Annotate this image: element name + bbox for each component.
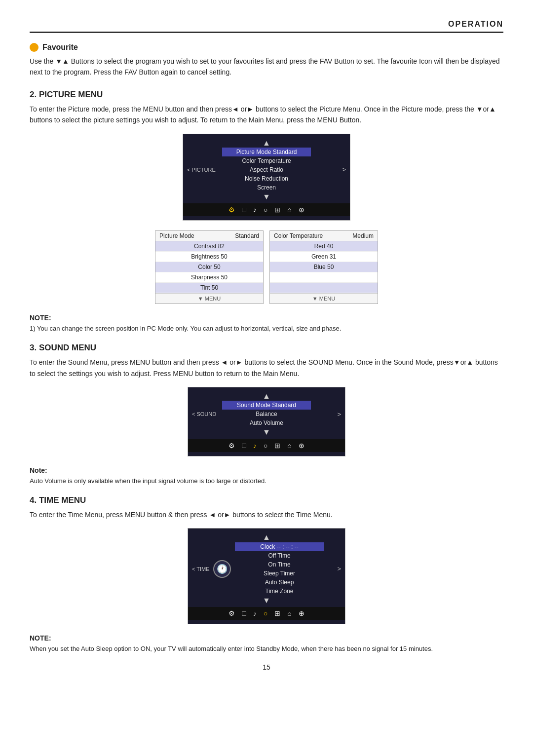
time-icon-clock: ○ — [264, 609, 267, 617]
sound-note-title: Note: — [30, 466, 503, 474]
left-row-sharpness: Sharpness 50 — [155, 272, 263, 283]
page-header: OPERATION — [30, 20, 503, 33]
picture-menu-body: To enter the Picture mode, press the MEN… — [30, 104, 503, 126]
icon-home: ⌂ — [287, 206, 291, 214]
sound-menu-body: To enter the Sound Menu, press MENU butt… — [30, 357, 503, 379]
sound-label-left: < SOUND — [192, 411, 216, 417]
time-menu-section: 4. TIME MENU To enter the Time Menu, pre… — [30, 495, 503, 653]
sound-arrow-down: ▼ — [188, 427, 345, 437]
picture-icons-bar: ⚙ □ ♪ ○ ⊞ ⌂ ⊕ — [183, 203, 350, 216]
sound-icons-bar: ⚙ □ ♪ ○ ⊞ ⌂ ⊕ — [188, 439, 345, 452]
sound-diagram-wrapper: ▲ < SOUND Sound Mode Standard Balance Au… — [30, 387, 503, 456]
icon-screen: □ — [242, 206, 246, 214]
sound-note-text: Auto Volume is only available when the i… — [30, 476, 503, 486]
arrow-up: ▲ — [183, 138, 350, 148]
time-note-title: NOTE: — [30, 634, 503, 642]
sound-menu-section: 3. SOUND MENU To enter the Sound Menu, p… — [30, 343, 503, 486]
time-item-clock: Clock -- : -- : -- — [235, 542, 324, 551]
favourite-title: Favourite — [30, 43, 503, 52]
left-row-color: Color 50 — [155, 262, 263, 272]
sound-icon-clock: ○ — [264, 442, 267, 450]
right-row-red: Red 40 — [270, 241, 378, 252]
time-icon-circle: ⊕ — [299, 609, 305, 617]
favourite-icon — [30, 43, 38, 52]
time-menu-box: ▲ < TIME 🕐 Clock -- : -- : -- Off Time O… — [188, 528, 345, 624]
sound-item-2: Balance — [222, 410, 311, 418]
right-row-blue: Blue 50 — [270, 262, 378, 272]
picture-label-right: > — [342, 166, 346, 173]
time-item-timezone: Time Zone — [235, 587, 324, 596]
picture-right-table: Color Temperature Medium Red 40 Green 31… — [269, 230, 378, 304]
time-item-ontime: On Time — [235, 560, 324, 569]
time-icon-grid: ⊞ — [274, 609, 280, 617]
picture-menu-inner: < PICTURE Picture Mode Standard Color Te… — [183, 148, 350, 192]
time-icon-music: ♪ — [253, 609, 257, 617]
time-items-list: Clock -- : -- : -- Off Time On Time Slee… — [235, 542, 324, 596]
right-header-value: Medium — [352, 232, 374, 239]
picture-diagram-wrapper: ▲ < PICTURE Picture Mode Standard Color … — [30, 134, 503, 221]
icon-grid: ⊞ — [274, 206, 280, 214]
favourite-section: Favourite Use the ▼▲ Buttons to select t… — [30, 43, 503, 78]
time-icon-gear: ⚙ — [228, 609, 235, 617]
sound-icon-screen: □ — [242, 442, 246, 450]
picture-label-left: < PICTURE — [187, 167, 216, 173]
sound-item-3: Auto Volume — [222, 418, 311, 427]
page-number: 15 — [30, 663, 503, 671]
time-icons-bar: ⚙ □ ♪ ○ ⊞ ⌂ ⊕ — [188, 607, 345, 620]
time-note: NOTE: When you set the Auto Sleep option… — [30, 634, 503, 654]
picture-item-5: Screen — [222, 183, 311, 192]
sound-label-right: > — [337, 411, 341, 418]
sound-icon-circle: ⊕ — [299, 442, 305, 450]
icon-music: ♪ — [253, 206, 257, 214]
sound-menu-box: ▲ < SOUND Sound Mode Standard Balance Au… — [188, 387, 345, 456]
picture-item-4: Noise Reduction — [222, 174, 311, 183]
left-table-header: Picture Mode Standard — [155, 231, 263, 241]
left-row-contrast: Contrast 82 — [155, 241, 263, 252]
time-menu-title: 4. TIME MENU — [30, 495, 503, 505]
time-item-sleep: Sleep Timer — [235, 569, 324, 578]
time-menu-body: To enter the Time Menu, press MENU butto… — [30, 509, 503, 520]
time-note-text: When you set the Auto Sleep option to ON… — [30, 644, 503, 654]
right-row-empty1 — [270, 272, 378, 283]
picture-menu-title: 2. PICTURE MENU — [30, 90, 503, 100]
picture-item-1: Picture Mode Standard — [222, 148, 311, 156]
clock-icon: 🕐 — [213, 560, 231, 578]
sound-items-list: Sound Mode Standard Balance Auto Volume — [222, 401, 311, 427]
header-title: OPERATION — [448, 20, 503, 28]
right-header-label: Color Temperature — [274, 232, 323, 239]
time-icon-home: ⌂ — [287, 609, 291, 617]
sound-menu-title: 3. SOUND MENU — [30, 343, 503, 353]
right-row-green: Green 31 — [270, 252, 378, 262]
right-table-footer: ▼ MENU — [270, 293, 378, 303]
right-row-empty2 — [270, 283, 378, 293]
sound-item-1: Sound Mode Standard — [222, 401, 311, 410]
icon-clock: ○ — [264, 206, 267, 214]
sound-icon-music: ♪ — [253, 442, 257, 450]
sound-arrow-up: ▲ — [188, 391, 345, 401]
picture-menu-box: ▲ < PICTURE Picture Mode Standard Color … — [183, 134, 350, 221]
favourite-label: Favourite — [42, 43, 78, 52]
time-label-left: < TIME — [192, 566, 210, 572]
icon-circle: ⊕ — [299, 206, 305, 214]
left-row-tint: Tint 50 — [155, 283, 263, 293]
sound-icon-grid: ⊞ — [274, 442, 280, 450]
left-header-label: Picture Mode — [159, 232, 194, 239]
time-menu-inner: < TIME 🕐 Clock -- : -- : -- Off Time On … — [188, 542, 345, 596]
icon-gear: ⚙ — [228, 206, 235, 214]
picture-note-text: 1) You can change the screen position in… — [30, 324, 503, 334]
left-header-value: Standard — [235, 232, 259, 239]
time-item-autosleep: Auto Sleep — [235, 578, 324, 587]
picture-menu-section: 2. PICTURE MENU To enter the Picture mod… — [30, 90, 503, 334]
time-arrow-down: ▼ — [188, 596, 345, 605]
sound-icon-home: ⌂ — [287, 442, 291, 450]
sound-menu-inner: < SOUND Sound Mode Standard Balance Auto… — [188, 401, 345, 427]
sound-note: Note: Auto Volume is only available when… — [30, 466, 503, 486]
arrow-down: ▼ — [183, 192, 350, 201]
picture-left-table: Picture Mode Standard Contrast 82 Bright… — [155, 230, 264, 304]
left-table-footer: ▼ MENU — [155, 293, 263, 303]
picture-item-2: Color Temperature — [222, 156, 311, 165]
time-item-offtime: Off Time — [235, 551, 324, 560]
time-icon-screen: □ — [242, 609, 246, 617]
right-table-header: Color Temperature Medium — [270, 231, 378, 241]
picture-tables-wrapper: Picture Mode Standard Contrast 82 Bright… — [30, 230, 503, 304]
